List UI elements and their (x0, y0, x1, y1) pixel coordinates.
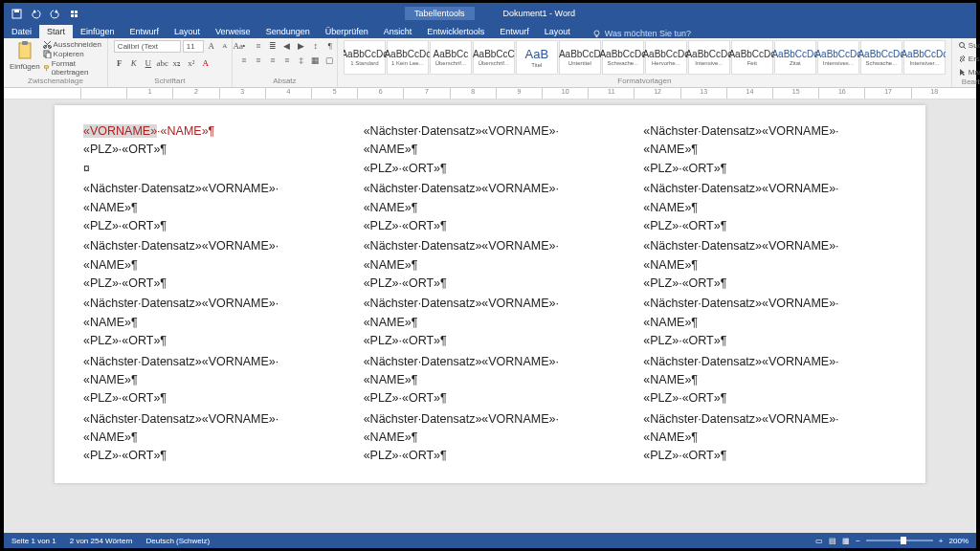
style-item[interactable]: AaBbCcDcIntensiver... (903, 40, 946, 75)
multilevel-button[interactable]: ≣ (267, 40, 278, 52)
borders-button[interactable]: ▢ (324, 55, 336, 66)
tab-start[interactable]: Start (39, 25, 73, 38)
paste-button[interactable]: Einfügen (10, 40, 40, 71)
page-status[interactable]: Seite 1 von 1 (11, 537, 56, 545)
style-item[interactable]: AaBbCcDcZitat (774, 40, 816, 75)
style-item[interactable]: AaBbCcDcIntensives... (817, 40, 859, 75)
merge-record[interactable]: «Nächster·Datensatz»«VORNAME»·«NAME»¶«PL… (643, 180, 897, 235)
font-name-select[interactable]: Calibri (Text (114, 40, 181, 53)
tab-entwurf[interactable]: Entwurf (122, 25, 167, 38)
select-button[interactable]: Markieren (958, 67, 980, 77)
merge-record[interactable]: «Nächster·Datensatz»«VORNAME»·«NAME»¶«PL… (364, 237, 617, 293)
tab-einfuegen[interactable]: Einfügen (73, 25, 122, 38)
align-center-button[interactable]: ≡ (253, 55, 264, 66)
zoom-slider[interactable] (866, 540, 933, 541)
svg-point-16 (959, 43, 964, 48)
merge-record[interactable]: «Nächster·Datensatz»«VORNAME»·«NAME»¶«PL… (83, 237, 337, 293)
tab-datei[interactable]: Datei (4, 25, 39, 38)
merge-record[interactable]: «Nächster·Datensatz»«VORNAME»·«NAME»¶«PL… (364, 353, 617, 408)
italic-button[interactable]: K (128, 57, 140, 69)
merge-record[interactable]: «VORNAME»·«NAME»¶«PLZ»·«ORT»¶¤ (83, 122, 337, 178)
align-left-button[interactable]: ≡ (238, 55, 250, 66)
numbering-button[interactable]: ≡ (253, 40, 264, 52)
subscript-button[interactable]: x₂ (171, 57, 183, 69)
grow-font-button[interactable]: A (206, 40, 217, 52)
merge-record[interactable]: «Nächster·Datensatz»«VORNAME»·«NAME»¶«PL… (83, 295, 337, 350)
cut-button[interactable]: Ausschneiden (43, 40, 101, 49)
svg-rect-9 (22, 41, 28, 45)
view-web-icon[interactable]: ▦ (842, 537, 850, 545)
merge-record[interactable]: «Nächster·Datensatz»«VORNAME»·«NAME»¶«PL… (643, 122, 897, 178)
format-painter-button[interactable]: Format übertragen (43, 59, 101, 77)
justify-button[interactable]: ≡ (281, 55, 293, 66)
style-item[interactable]: AaBbCcDc1 Kein Lee... (387, 40, 429, 75)
bold-button[interactable]: F (114, 57, 125, 69)
increase-indent-button[interactable]: ▶ (296, 40, 307, 52)
replace-icon (958, 55, 967, 63)
zoom-out-button[interactable]: − (856, 537, 860, 545)
style-item[interactable]: AaBbCcDcHervorhe... (645, 40, 687, 75)
undo-icon[interactable] (29, 7, 42, 20)
merge-record[interactable]: «Nächster·Datensatz»«VORNAME»·«NAME»¶«PL… (83, 353, 337, 408)
ribbon: Einfügen Ausschneiden Kopieren Format üb… (4, 38, 976, 88)
language-status[interactable]: Deutsch (Schweiz) (146, 537, 211, 545)
font-color-button[interactable]: A (200, 57, 212, 69)
tab-verweise[interactable]: Verweise (208, 25, 258, 38)
copy-button[interactable]: Kopieren (43, 50, 101, 58)
view-print-icon[interactable]: ▤ (829, 537, 836, 545)
styles-gallery[interactable]: AaBbCcDc1 StandardAaBbCcDc1 Kein Lee...A… (344, 40, 946, 77)
superscript-button[interactable]: x² (186, 57, 197, 69)
style-item[interactable]: AaBbCcÜberschrif... (430, 40, 472, 75)
view-read-icon[interactable]: ▭ (815, 537, 823, 545)
tab-ansicht[interactable]: Ansicht (376, 25, 420, 38)
zoom-level[interactable]: 200% (949, 537, 969, 545)
tab-table-layout[interactable]: Layout (537, 25, 578, 38)
style-item[interactable]: AaBbCcDcSchwache... (602, 40, 644, 75)
shading-button[interactable]: ▦ (310, 55, 322, 66)
style-item[interactable]: AaBTitel (516, 40, 558, 75)
tab-entwicklertools[interactable]: Entwicklertools (419, 25, 492, 38)
shrink-font-button[interactable]: A (219, 40, 231, 52)
underline-button[interactable]: U (143, 57, 154, 69)
merge-record[interactable]: «Nächster·Datensatz»«VORNAME»·«NAME»¶«PL… (643, 410, 897, 466)
merge-record[interactable]: «Nächster·Datensatz»«VORNAME»·«NAME»¶«PL… (364, 122, 617, 178)
svg-rect-2 (71, 11, 74, 13)
tell-me[interactable]: Was möchten Sie tun? (592, 29, 691, 38)
tab-layout[interactable]: Layout (167, 25, 208, 38)
tab-ueberpruefen[interactable]: Überprüfen (318, 25, 376, 38)
replace-button[interactable]: Ersetzen (958, 54, 980, 64)
merge-record[interactable]: «Nächster·Datensatz»«VORNAME»·«NAME»¶«PL… (643, 353, 897, 408)
merge-record[interactable]: «Nächster·Datensatz»«VORNAME»·«NAME»¶«PL… (83, 180, 337, 235)
touch-icon[interactable] (67, 7, 80, 20)
style-item[interactable]: AaBbCcDUntertitel (559, 40, 601, 75)
decrease-indent-button[interactable]: ◀ (281, 40, 293, 52)
merge-record[interactable]: «Nächster·Datensatz»«VORNAME»·«NAME»¶«PL… (364, 410, 617, 466)
style-item[interactable]: AaBbCcDc1 Standard (344, 40, 386, 75)
style-item[interactable]: AaBbCcCÜberschrif... (473, 40, 515, 75)
merge-record[interactable]: «Nächster·Datensatz»«VORNAME»·«NAME»¶«PL… (643, 237, 897, 293)
zoom-in-button[interactable]: + (939, 537, 944, 545)
merge-record[interactable]: «Nächster·Datensatz»«VORNAME»·«NAME»¶«PL… (364, 295, 617, 350)
page[interactable]: «VORNAME»·«NAME»¶«PLZ»·«ORT»¶¤«Nächster·… (55, 105, 925, 483)
document-area[interactable]: «VORNAME»·«NAME»¶«PLZ»·«ORT»¶¤«Nächster·… (4, 99, 976, 533)
merge-record[interactable]: «Nächster·Datensatz»«VORNAME»·«NAME»¶«PL… (643, 295, 897, 350)
redo-icon[interactable] (48, 7, 61, 20)
font-size-select[interactable]: 11 (183, 40, 204, 53)
word-count[interactable]: 2 von 254 Wörtern (70, 537, 133, 545)
show-marks-button[interactable]: ¶ (324, 40, 336, 52)
tab-table-entwurf[interactable]: Entwurf (492, 25, 537, 38)
align-right-button[interactable]: ≡ (267, 55, 278, 66)
style-item[interactable]: AaBbCcDcFett (731, 40, 773, 75)
tab-sendungen[interactable]: Sendungen (258, 25, 318, 38)
style-item[interactable]: AaBbCcDcSchwache... (860, 40, 902, 75)
save-icon[interactable] (10, 7, 23, 20)
bullets-button[interactable]: • (238, 40, 250, 52)
line-spacing-button[interactable]: ‡ (296, 55, 307, 66)
strike-button[interactable]: abc (157, 57, 168, 69)
sort-button[interactable]: ↕ (310, 40, 322, 52)
merge-record[interactable]: «Nächster·Datensatz»«VORNAME»·«NAME»¶«PL… (364, 180, 617, 235)
find-button[interactable]: Suchen (958, 40, 980, 51)
style-item[interactable]: AaBbCcDcIntensive... (688, 40, 730, 75)
ruler[interactable]: 123456789101112131415161718 (4, 88, 976, 99)
merge-record[interactable]: «Nächster·Datensatz»«VORNAME»·«NAME»¶«PL… (83, 410, 337, 466)
